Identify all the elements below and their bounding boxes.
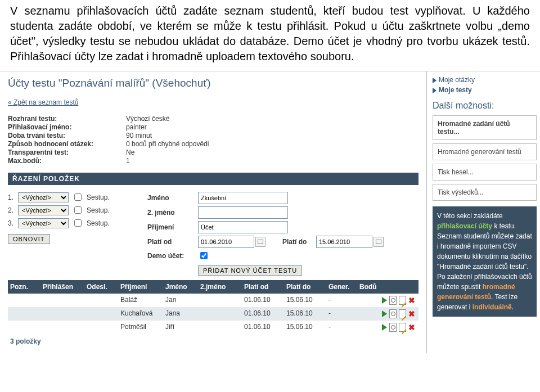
print-results-button[interactable]: Tisk výsledků... xyxy=(433,184,537,201)
th-bodu: Bodů xyxy=(359,283,388,291)
jmeno-label: Jméno xyxy=(147,194,198,202)
info-label: Max.bodů: xyxy=(8,157,126,165)
info-value: Ne xyxy=(126,148,134,156)
table-row: Kuchařová Jana 01.06.10 15.06.10 - ✖ xyxy=(8,307,418,321)
intro-text: V seznamu přihlašovacích účtů zadáte sez… xyxy=(0,0,540,71)
prijmeni-label: Příjmení xyxy=(147,223,198,231)
page-edit-icon[interactable] xyxy=(399,296,406,305)
info-value: 1 xyxy=(126,157,130,165)
th-gener: Gener. xyxy=(328,283,359,291)
page-edit-icon[interactable] xyxy=(399,323,406,332)
th-pozn: Pozn. xyxy=(10,283,43,291)
jmeno-input[interactable] xyxy=(198,192,288,204)
calendar-icon[interactable] xyxy=(255,237,266,247)
plati-do-label: Platí do xyxy=(282,238,316,246)
plati-od-input[interactable] xyxy=(198,236,254,248)
sort-desc-1[interactable] xyxy=(74,193,82,201)
table-header: Pozn. Přihlášen Odesl. Příjmení Jméno 2.… xyxy=(8,280,418,294)
sort-row-num: 2. xyxy=(8,206,15,214)
sort-section-header: ŘAZENÍ POLOŽEK xyxy=(8,173,418,185)
page-settings-icon[interactable] xyxy=(389,323,397,332)
info-value: Výchozí české xyxy=(126,115,169,123)
info-label: Přihlašovací jméno: xyxy=(8,123,126,131)
demo-checkbox[interactable] xyxy=(200,252,208,259)
main-content: Účty testu "Poznávání malířů" (Všehochuť… xyxy=(0,71,426,353)
play-icon[interactable] xyxy=(382,324,387,331)
th-prihl: Přihlášen xyxy=(43,283,87,291)
sort-row-num: 3. xyxy=(8,219,15,227)
th-pldo: Platí do xyxy=(286,283,328,291)
print-passwords-button[interactable]: Tisk hesel... xyxy=(433,164,537,181)
delete-icon[interactable]: ✖ xyxy=(408,309,415,318)
delete-icon[interactable]: ✖ xyxy=(408,296,415,305)
sidebar-item-testy[interactable]: Moje testy xyxy=(433,85,537,95)
sort-row-num: 1. xyxy=(8,193,15,201)
info-label: Rozhraní testu: xyxy=(8,115,126,123)
bulk-generate-button[interactable]: Hromadné generování testů xyxy=(433,143,537,160)
sort-desc-2[interactable] xyxy=(74,206,82,214)
sort-select-2[interactable]: <Výchozí> xyxy=(18,205,69,215)
page-edit-icon[interactable] xyxy=(399,309,406,318)
bulk-accounts-button[interactable]: Hromadné zadání účtů testu... xyxy=(433,115,537,140)
jmeno2-label: 2. jméno xyxy=(147,209,198,217)
plati-do-input[interactable] xyxy=(316,236,372,248)
page-title: Účty testu "Poznávání malířů" (Všehochuť… xyxy=(8,77,418,89)
sort-select-3[interactable]: <Výchozí> xyxy=(18,218,69,228)
page-settings-icon[interactable] xyxy=(389,309,397,318)
sort-desc-label: Sestup. xyxy=(87,193,110,201)
table-row: Baláž Jan 01.06.10 15.06.10 - ✖ xyxy=(8,294,418,307)
info-label: Způsob hodnocení otázek: xyxy=(8,140,126,148)
triangle-icon xyxy=(433,88,436,93)
row-count: 3 položky xyxy=(8,334,418,349)
info-label: Doba trvání testu: xyxy=(8,132,126,139)
th-odesl: Odesl. xyxy=(87,283,120,291)
sort-desc-label: Sestup. xyxy=(87,219,110,227)
jmeno2-input[interactable] xyxy=(198,206,288,219)
plati-od-label: Platí od xyxy=(147,238,198,246)
sidebar-item-otazky[interactable]: Moje otázky xyxy=(433,75,537,85)
back-link[interactable]: « Zpět na seznam testů xyxy=(8,98,78,106)
sort-desc-label: Sestup. xyxy=(87,206,110,214)
page-settings-icon[interactable] xyxy=(389,296,397,305)
sort-select-1[interactable]: <Výchozí> xyxy=(18,192,69,202)
sidebar: Moje otázky Moje testy Další možnosti: H… xyxy=(426,71,540,353)
th-jmeno2: 2.jméno xyxy=(200,283,244,291)
sidebar-heading: Další možnosti: xyxy=(433,101,537,111)
demo-label: Demo účet: xyxy=(147,252,198,260)
info-value: 0 bodů při chybné odpovědi xyxy=(126,140,209,148)
sidebar-infobox: V této sekci zakládáte přihlašovací účty… xyxy=(433,206,537,317)
triangle-icon xyxy=(433,78,436,83)
refresh-button[interactable]: OBNOVIT xyxy=(8,234,50,244)
delete-icon[interactable]: ✖ xyxy=(408,323,415,332)
table-row: Potměšil Jiří 01.06.10 15.06.10 - ✖ xyxy=(8,321,418,334)
add-account-button[interactable]: PŘIDAT NOVÝ ÚČET TESTU xyxy=(198,265,302,276)
th-prij: Příjmení xyxy=(120,283,165,291)
sort-desc-3[interactable] xyxy=(74,219,82,227)
info-label: Transparentní test: xyxy=(8,148,126,156)
info-value: painter xyxy=(126,123,147,131)
play-icon[interactable] xyxy=(382,310,387,317)
th-jmeno: Jméno xyxy=(165,283,200,291)
calendar-icon[interactable] xyxy=(374,237,384,247)
info-value: 90 minut xyxy=(126,132,152,139)
play-icon[interactable] xyxy=(382,297,387,304)
prijmeni-input[interactable] xyxy=(198,221,288,233)
th-plod: Platí od xyxy=(244,283,286,291)
